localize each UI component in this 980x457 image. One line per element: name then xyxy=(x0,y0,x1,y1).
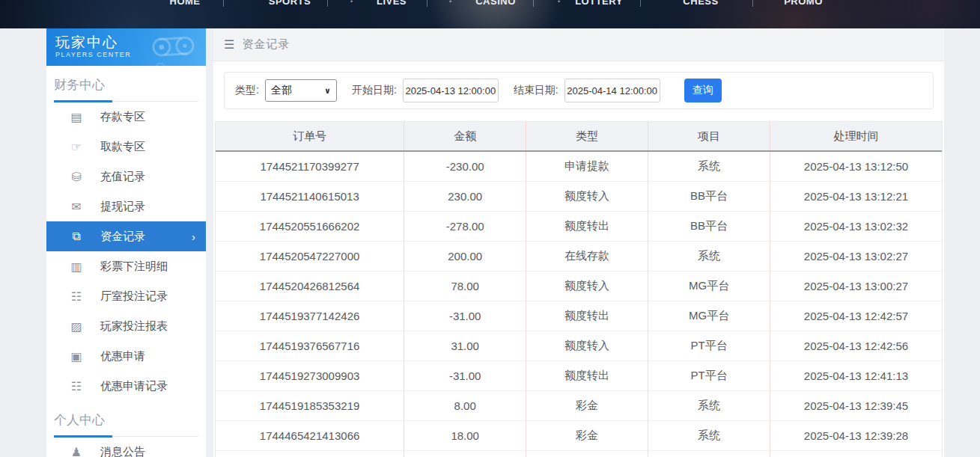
table-cell xyxy=(526,451,648,457)
chevron-right-icon: › xyxy=(192,230,195,243)
sidebar-item-label: 存款专区 xyxy=(100,110,145,124)
table-cell: 申请提款 xyxy=(526,152,648,182)
players-center-header: 玩家中心 PLAYERS CENTER xyxy=(46,28,206,66)
table-cell: 1744521170399277 xyxy=(216,152,404,182)
table-cell: 1744520551666202 xyxy=(216,212,404,242)
table-row[interactable]: 174446542141306618.00彩金系统2025-04-13 12:3… xyxy=(216,421,942,451)
table-row[interactable]: 174452042681256478.00额度转入MG平台2025-04-13 … xyxy=(216,272,942,301)
sidebar-item-label: 玩家投注报表 xyxy=(100,319,168,334)
table-cell: 2025-04-13 13:02:32 xyxy=(770,212,942,242)
table-cell: 2025-04-13 12:42:57 xyxy=(770,301,942,331)
live-icon: • xyxy=(350,0,353,5)
sidebar-item-label: 消息公告 xyxy=(100,445,145,457)
search-button[interactable]: 查询 xyxy=(684,79,722,102)
sidebar-item-厅室投注记录[interactable]: ☷厅室投注记录 xyxy=(46,281,206,311)
table-cell: 2025-04-13 12:39:45 xyxy=(770,391,942,421)
table-cell: 系统 xyxy=(648,391,770,421)
sidebar-item-label: 厅室投注记录 xyxy=(100,289,168,304)
table-cell: 1744521140615013 xyxy=(216,182,404,212)
table-cell: 2025-04-13 12:39:28 xyxy=(770,421,942,451)
end-date-label: 结束日期: xyxy=(514,84,559,97)
sidebar-item-label: 取款专区 xyxy=(100,140,145,154)
nav-item-promo[interactable]: PROMO xyxy=(784,0,823,7)
chevron-down-icon: ∨ xyxy=(324,86,331,96)
sidebar-item-资金记录[interactable]: ⧉资金记录› xyxy=(46,221,206,251)
hamburger-menu-icon[interactable]: ☰ xyxy=(224,37,234,52)
table-cell: 1744520426812564 xyxy=(216,272,404,301)
table-cell: 31.00 xyxy=(404,331,526,361)
table-cell: 彩金 xyxy=(526,391,648,421)
table-row[interactable]: 1744521140615013230.00额度转入BB平台2025-04-13… xyxy=(216,182,942,212)
table-row[interactable]: 1744520551666202-278.00额度转出BB平台2025-04-1… xyxy=(216,212,942,242)
nav-separator xyxy=(327,0,328,7)
sidebar-item-label: 提现记录 xyxy=(100,200,145,214)
sidebar-item-提现记录[interactable]: ✉提现记录 xyxy=(46,191,206,221)
table-header-cell: 处理时间 xyxy=(770,122,942,150)
room-bet-list-icon: ☷ xyxy=(69,289,84,304)
table-cell: BB平台 xyxy=(648,182,770,212)
filter-bar: 类型: 全部 ∨ 开始日期: 结束日期: 查询 xyxy=(224,72,934,109)
nav-item-lottery[interactable]: LOTTERY xyxy=(575,0,623,7)
sidebar-item-彩票下注明细[interactable]: ▥彩票下注明细 xyxy=(46,251,206,281)
table-cell: 额度转入 xyxy=(526,272,648,301)
table-cell: BB平台 xyxy=(648,212,770,242)
sidebar-section-header: 财务中心 xyxy=(54,73,198,102)
sidebar-item-充值记录[interactable]: ⛁充值记录 xyxy=(46,162,206,191)
nav-separator xyxy=(640,0,641,7)
table-cell: 2025-04-13 12:41:13 xyxy=(770,361,942,391)
table-cell: 彩金 xyxy=(526,421,648,451)
nav-item-chess[interactable]: CHESS xyxy=(683,0,718,7)
table-cell: 额度转入 xyxy=(526,182,648,212)
nav-item-casino[interactable]: CASINO xyxy=(475,0,516,7)
gamepad-icon xyxy=(146,30,201,66)
table-cell xyxy=(216,451,404,457)
sidebar: 玩家中心 PLAYERS CENTER 财务中心▤存款专区☞取款专区⛁充值记录✉… xyxy=(46,28,206,457)
sidebar-item-取款专区[interactable]: ☞取款专区 xyxy=(46,132,206,162)
page-title: 资金记录 xyxy=(242,37,290,52)
table-cell: MG平台 xyxy=(648,272,770,301)
wallet-icon: ✉ xyxy=(69,200,84,214)
promo-apply-icon: ▣ xyxy=(69,349,84,364)
sidebar-item-消息公告[interactable]: ♟消息公告 xyxy=(46,437,206,457)
table-row[interactable]: 17445191853532198.00彩金系统2025-04-13 12:39… xyxy=(216,391,942,421)
end-date-input[interactable] xyxy=(564,79,660,102)
nav-item-lives[interactable]: LIVES xyxy=(377,0,407,7)
table-row[interactable]: 1744519273009903-31.00额度转出PT平台2025-04-13… xyxy=(216,361,942,391)
table-header-cell: 类型 xyxy=(526,122,648,150)
table-cell: PT平台 xyxy=(648,331,770,361)
sidebar-item-label: 彩票下注明细 xyxy=(100,260,168,274)
sidebar-item-优惠申请记录[interactable]: ☷优惠申请记录 xyxy=(46,371,206,401)
table-row-partial xyxy=(216,451,942,457)
nav-separator xyxy=(752,0,753,7)
table-cell: 1744519377142426 xyxy=(216,301,404,331)
table-cell xyxy=(770,451,942,457)
table-header-row: 订单号金额类型项目处理时间 xyxy=(216,122,942,152)
table-row[interactable]: 174451937656771631.00额度转入PT平台2025-04-13 … xyxy=(216,331,942,361)
table-cell: MG平台 xyxy=(648,301,770,331)
top-navigation-bar: HOMESPORTSLIVES•CASINO•LOTTERY•CHESSPROM… xyxy=(0,0,980,28)
table-cell: 系统 xyxy=(648,421,770,451)
table-row[interactable]: 1744521170399277-230.00申请提款系统2025-04-13 … xyxy=(216,152,942,182)
table-row[interactable]: 1744519377142426-31.00额度转出MG平台2025-04-13… xyxy=(216,301,942,331)
nav-item-sports[interactable]: SPORTS xyxy=(269,0,311,7)
table-row[interactable]: 1744520547227000200.00在线存款系统2025-04-13 1… xyxy=(216,242,942,272)
type-label: 类型: xyxy=(235,84,259,97)
table-cell: 系统 xyxy=(648,242,770,272)
sidebar-item-label: 资金记录 xyxy=(100,230,145,244)
breadcrumb: ☰ 资金记录 xyxy=(213,28,944,61)
deposit-card-icon: ▤ xyxy=(69,110,84,124)
sidebar-item-玩家投注报表[interactable]: ▨玩家投注报表 xyxy=(46,311,206,341)
start-date-input[interactable] xyxy=(403,79,499,102)
table-cell: 1744519273009903 xyxy=(216,361,404,391)
sidebar-item-优惠申请[interactable]: ▣优惠申请 xyxy=(46,341,206,371)
table-header-cell: 订单号 xyxy=(216,122,404,150)
withdraw-hand-icon: ☞ xyxy=(69,140,84,154)
nav-separator xyxy=(533,0,534,7)
funds-record-table: 订单号金额类型项目处理时间1744521170399277-230.00申请提款… xyxy=(215,121,943,457)
table-cell: 1744519376567716 xyxy=(216,331,404,361)
table-cell: 2025-04-13 13:12:21 xyxy=(770,182,942,212)
nav-item-home[interactable]: HOME xyxy=(170,0,201,7)
promo-record-list-icon: ☷ xyxy=(69,379,84,393)
sidebar-item-存款专区[interactable]: ▤存款专区 xyxy=(46,102,206,132)
type-select[interactable]: 全部 ∨ xyxy=(265,79,337,102)
